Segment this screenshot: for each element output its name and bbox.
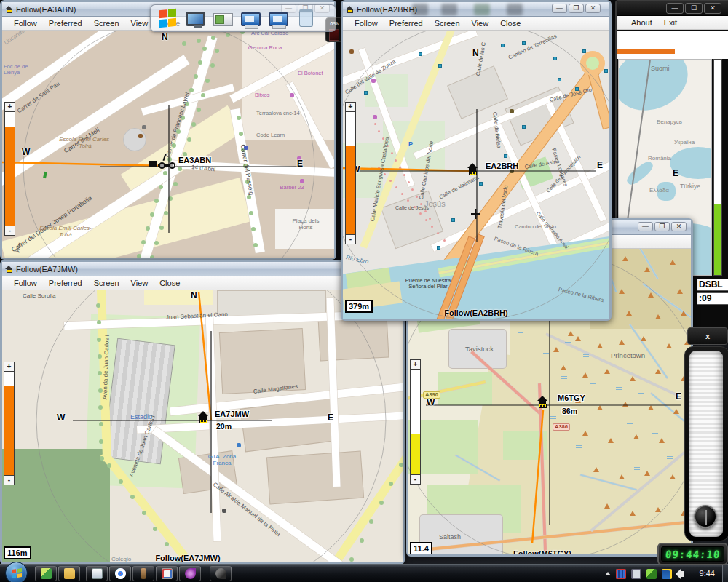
lcd-screen: 09:44:10 — [661, 546, 724, 562]
peak-triangle-icon — [655, 507, 661, 512]
taskbar-button-utility[interactable] — [132, 566, 154, 581]
compass-east: E — [597, 160, 603, 170]
minimize-button[interactable]: — — [666, 3, 684, 14]
zoom-slider[interactable]: + - — [345, 102, 356, 244]
scale-indicator: 379m — [345, 300, 373, 313]
map-label: Escola Emili Carles-Tolrà — [36, 226, 95, 239]
minimize-button[interactable]: — — [638, 222, 653, 231]
hidden-icons-arrow[interactable] — [605, 572, 611, 575]
zoom-out-button[interactable]: - — [346, 234, 355, 244]
map-label: E — [673, 169, 678, 178]
zoom-track[interactable] — [4, 372, 14, 475]
poi-marker — [510, 109, 514, 113]
runner-icon — [43, 172, 47, 179]
mail-icon[interactable] — [213, 13, 233, 26]
menu-item-view[interactable]: View — [125, 279, 154, 287]
map-label: Türkiye — [680, 183, 700, 190]
menu-item-about[interactable]: About — [625, 18, 658, 27]
zoom-out-button[interactable]: - — [411, 474, 420, 484]
tree-dot — [141, 240, 146, 244]
zoom-out-button[interactable]: - — [4, 475, 14, 485]
menu-item-close[interactable]: Close — [154, 279, 186, 287]
show-desktop-button[interactable] — [722, 565, 728, 582]
follow-ea3abn-window[interactable]: Follow(EA3ABN) — ❐ ✕ FollowPreferredScre… — [0, 0, 336, 260]
menu-item-preferred[interactable]: Preferred — [43, 279, 88, 287]
taskbar-button-email[interactable] — [86, 566, 108, 581]
menu-item-screen[interactable]: Screen — [88, 279, 125, 287]
zoom-in-button[interactable]: + — [5, 103, 15, 112]
station-altitude: 86m — [562, 407, 577, 415]
taskbar-button-aprs[interactable] — [179, 566, 201, 581]
tree-dot — [419, 212, 422, 215]
close-button[interactable]: ✕ — [671, 222, 687, 231]
windows-logo-icon[interactable] — [158, 7, 178, 29]
menu-item-exit[interactable]: Exit — [658, 18, 683, 27]
network-computer-icon[interactable] — [241, 12, 261, 26]
weather-tray-icon[interactable] — [662, 569, 672, 579]
follow-ea2brh-window[interactable]: Follow(EA2BRH) — ❐ ✕ FollowPreferredScre… — [341, 0, 612, 321]
menu-item-follow[interactable]: Follow — [349, 19, 384, 28]
start-button[interactable] — [5, 562, 28, 582]
zoom-slider[interactable]: + - — [410, 359, 421, 485]
map-label: Terraalova cnc-14 — [256, 111, 301, 116]
zoom-track[interactable] — [346, 112, 355, 234]
clock-gadget[interactable]: 09:44:10 — [657, 543, 728, 565]
monitor-titlebar[interactable]: — ☐ ✕ — [617, 1, 728, 16]
map-tray-icon[interactable] — [646, 569, 657, 579]
menu-item-preferred[interactable]: Preferred — [384, 19, 429, 28]
tree-dot — [153, 527, 157, 531]
taskbar-clock[interactable]: 9:44 — [700, 569, 715, 578]
taskbar-button-chrome[interactable] — [109, 566, 131, 581]
map-label: Suomi — [651, 65, 670, 73]
zoom-in-button[interactable]: + — [4, 362, 14, 372]
gadget-close-button[interactable]: x — [687, 327, 728, 345]
minimize-button[interactable]: — — [552, 4, 567, 13]
zoom-in-button[interactable]: + — [411, 360, 420, 370]
network-computer-icon[interactable] — [269, 12, 288, 26]
zoom-track[interactable] — [411, 370, 420, 474]
menu-item-follow[interactable]: Follow — [8, 19, 43, 28]
slider-rail[interactable] — [689, 351, 723, 537]
tree-dot — [411, 188, 414, 191]
my-computer-icon[interactable] — [186, 12, 205, 26]
slider-knob[interactable] — [694, 505, 717, 528]
zoom-slider[interactable]: + - — [4, 362, 15, 485]
zoom-out-button[interactable]: - — [5, 226, 15, 235]
taskbar-button-mapping-app[interactable] — [35, 566, 57, 581]
recycle-bin-icon[interactable] — [299, 9, 313, 27]
zoom-slider[interactable]: + - — [4, 102, 15, 236]
menu-item-preferred[interactable]: Preferred — [43, 19, 88, 28]
restore-button[interactable]: ❐ — [654, 222, 670, 231]
menu-item-view[interactable]: View — [466, 19, 495, 28]
taskbar-button-notes[interactable] — [156, 566, 178, 581]
network-tray-icon[interactable] — [631, 569, 641, 579]
house-icon — [537, 396, 548, 408]
map-label: Estadio — [130, 414, 152, 421]
ea3abn-map[interactable]: N W E EA3ABN + - LlucanèsFoc de de Lleny… — [2, 31, 334, 258]
window-icon — [5, 266, 13, 273]
menu-item-screen[interactable]: Screen — [88, 19, 125, 28]
maximize-button[interactable]: ☐ — [685, 3, 703, 14]
zoom-fill — [411, 434, 420, 474]
ea2brh-map[interactable]: N W E EA2BRH + - 379m Follow(EA2BRH) Cal… — [343, 31, 609, 319]
taskbar-button-file-explorer[interactable] — [58, 566, 80, 581]
restore-button[interactable]: ❐ — [569, 4, 584, 13]
peak-triangle-icon — [670, 474, 676, 479]
menu-item-screen[interactable]: Screen — [429, 19, 466, 28]
taskbar-button-radio[interactable] — [210, 566, 232, 581]
sync-tray-icon[interactable] — [616, 569, 626, 579]
menu-item-follow[interactable]: Follow — [8, 279, 43, 287]
tree-dot — [379, 501, 384, 505]
volume-tray-icon[interactable] — [680, 571, 684, 577]
ea7jmw-map[interactable]: N W E EA7JMW 20m + - 116m Follow(EA7JMW)… — [2, 290, 403, 562]
close-button[interactable]: ✕ — [704, 3, 721, 14]
marsh-icon — [590, 383, 596, 386]
ea2brh-titlebar[interactable]: Follow(EA2BRH) — ❐ ✕ — [343, 2, 609, 17]
zoom-track[interactable] — [5, 112, 15, 226]
peak-triangle-icon — [597, 343, 603, 348]
menu-item-close[interactable]: Close — [494, 19, 526, 28]
zoom-in-button[interactable]: + — [346, 103, 355, 112]
close-button[interactable]: ✕ — [585, 4, 601, 13]
slider-gadget[interactable] — [684, 346, 728, 541]
map-label: Camino de Torrecillas — [507, 33, 558, 61]
